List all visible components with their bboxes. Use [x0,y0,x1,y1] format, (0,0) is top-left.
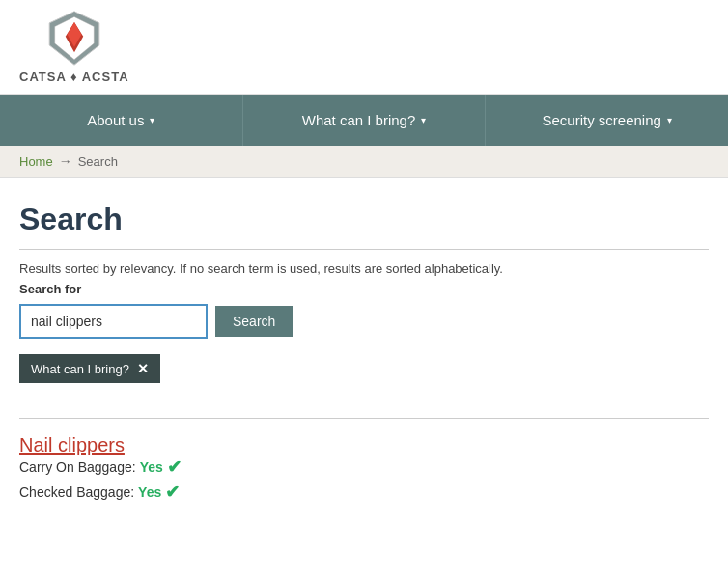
carry-on-label: Carry On Baggage: [19,459,136,475]
breadcrumb-separator: → [59,153,72,169]
filter-tag-label: What can I bring? [31,362,129,376]
carry-on-row: Carry On Baggage: Yes ✔ [19,456,709,478]
main-content: Search Results sorted by relevancy. If n… [0,178,728,526]
nav-item-security[interactable]: Security screening ▾ [486,95,728,146]
checked-baggage-label: Checked Baggage: [19,484,134,500]
checked-baggage-value: Yes [138,484,161,500]
main-nav: About us ▾ What can I bring? ▾ Security … [0,95,728,146]
nav-item-about[interactable]: About us ▾ [0,95,243,146]
result-title[interactable]: Nail clippers [19,434,125,455]
page-title: Search [19,202,709,250]
site-header: CATSA ♦ ACSTA [0,0,728,95]
chevron-down-icon: ▾ [667,115,672,125]
carry-on-checkmark-icon: ✔ [167,456,182,478]
breadcrumb: Home → Search [0,146,728,178]
logo-text: CATSA ♦ ACSTA [19,69,129,84]
search-button[interactable]: Search [215,306,293,337]
search-for-label: Search for [19,282,709,296]
logo: CATSA ♦ ACSTA [19,10,129,84]
checked-baggage-checkmark-icon: ✔ [165,482,180,503]
search-input[interactable] [19,304,208,339]
logo-icon [45,10,103,68]
chevron-down-icon: ▾ [421,115,426,125]
search-results: Nail clippers Carry On Baggage: Yes ✔ Ch… [19,434,709,503]
search-description: Results sorted by relevancy. If no searc… [19,262,709,276]
breadcrumb-home[interactable]: Home [19,154,53,169]
results-divider [19,418,709,419]
carry-on-value: Yes [140,459,163,475]
chevron-down-icon: ▾ [150,115,154,125]
filter-tag[interactable]: What can I bring? ✕ [19,354,160,383]
nav-item-bring[interactable]: What can I bring? ▾ [243,95,487,146]
search-row: Search [19,304,709,339]
breadcrumb-current: Search [78,154,118,169]
filter-remove-button[interactable]: ✕ [137,361,149,376]
checked-baggage-row: Checked Baggage: Yes ✔ [19,482,709,503]
